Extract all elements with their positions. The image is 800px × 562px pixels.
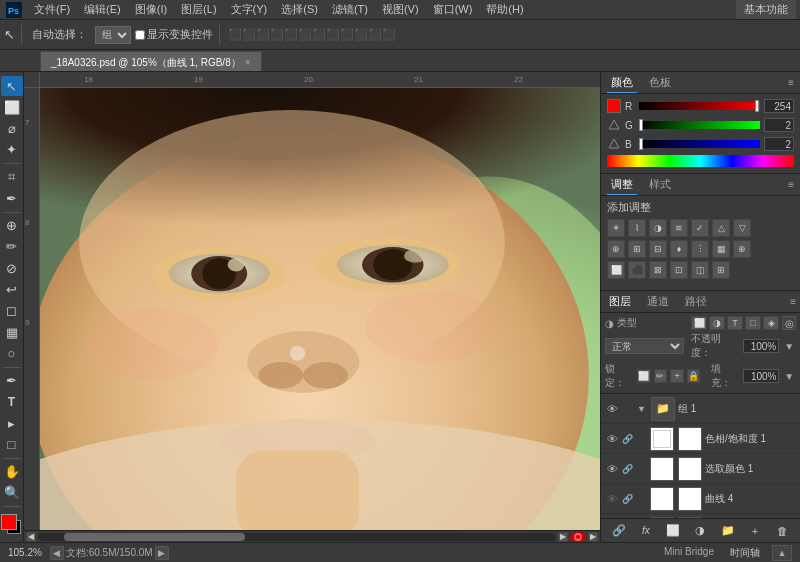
color-swatches[interactable] (1, 514, 23, 538)
filter-toggle[interactable]: ◎ (782, 316, 796, 330)
foreground-color[interactable] (1, 514, 17, 530)
adj-hsl[interactable]: ✓ (691, 219, 709, 237)
tab-paths[interactable]: 路径 (681, 292, 711, 311)
adj-gradient[interactable]: ▦ (712, 240, 730, 258)
menu-help[interactable]: 帮助(H) (480, 0, 529, 19)
hscroll-track[interactable] (38, 533, 556, 541)
menu-select[interactable]: 选择(S) (275, 0, 324, 19)
layer-item-hsl[interactable]: 👁 🔗 色相/饱和度 1 (601, 424, 800, 454)
layer-adjustment-btn[interactable]: ◑ (691, 522, 709, 540)
canvas-image-container[interactable] (40, 88, 600, 530)
tool-zoom[interactable]: 🔍 (1, 483, 23, 503)
hscroll-thumb[interactable] (64, 533, 245, 541)
statusbar-tab-minibridge[interactable]: Mini Bridge (660, 546, 718, 560)
b-slider[interactable] (639, 140, 760, 148)
tab-swatches[interactable]: 色板 (645, 73, 675, 93)
tool-move[interactable]: ↖ (1, 76, 23, 96)
layer-eye-hsl[interactable]: 👁 (605, 432, 619, 446)
menu-layer[interactable]: 图层(L) (175, 0, 222, 19)
adj-mask[interactable]: ⬛ (628, 261, 646, 279)
tool-eyedropper[interactable]: ✒ (1, 188, 23, 208)
tool-crop[interactable]: ⌗ (1, 167, 23, 187)
adj-brightness[interactable]: ☀ (607, 219, 625, 237)
adj-blackwhite[interactable]: ▽ (733, 219, 751, 237)
fill-dropdown[interactable]: ▼ (782, 369, 796, 383)
tool-dodge[interactable]: ○ (1, 343, 23, 363)
canvas-area[interactable]: 18 19 20 21 22 7 8 9 (24, 72, 600, 542)
adj-colorbalance[interactable]: △ (712, 219, 730, 237)
blend-mode-select[interactable]: 正常 (605, 338, 684, 354)
g-slider[interactable] (639, 121, 760, 129)
layer-item-selectivecolor[interactable]: 👁 🔗 选取颜色 1 (601, 454, 800, 484)
layer-item-group1[interactable]: 👁 ▼ 📁 组 1 (601, 394, 800, 424)
lock-position[interactable]: + (670, 369, 684, 383)
tab-styles[interactable]: 样式 (645, 175, 675, 195)
filter-smart[interactable]: ◈ (763, 316, 779, 330)
auto-select-dropdown[interactable]: 组 (95, 26, 131, 44)
adj-photofilter[interactable]: ⊕ (607, 240, 625, 258)
layer-new-btn[interactable]: + (746, 522, 764, 540)
adj-merge[interactable]: ⊡ (670, 261, 688, 279)
layer-mask-btn[interactable]: ⬜ (664, 522, 682, 540)
adj-info[interactable]: ⊞ (712, 261, 730, 279)
adj-levels[interactable]: ⬜ (607, 261, 625, 279)
tool-brush[interactable]: ✏ (1, 237, 23, 257)
opacity-input[interactable] (743, 339, 779, 353)
r-slider[interactable] (639, 102, 760, 110)
tool-wand[interactable]: ✦ (1, 140, 23, 160)
hscroll-left[interactable]: ◀ (26, 532, 36, 542)
tool-lasso[interactable]: ⌀ (1, 119, 23, 139)
show-transform-checkbox[interactable] (135, 30, 145, 40)
b-value-input[interactable] (764, 137, 794, 151)
tool-heal[interactable]: ⊕ (1, 216, 23, 236)
workspace-button[interactable]: 基本功能 (736, 0, 796, 19)
adj-panel-options[interactable]: ≡ (788, 179, 794, 190)
doc-size-left[interactable]: ◀ (50, 546, 64, 560)
color-spectrum[interactable] (607, 155, 794, 167)
adj-exposure[interactable]: ◑ (649, 219, 667, 237)
lock-image[interactable]: ✏ (654, 369, 668, 383)
tool-eraser[interactable]: ◻ (1, 301, 23, 321)
menu-filter[interactable]: 滤镜(T) (326, 0, 374, 19)
menu-edit[interactable]: 编辑(E) (78, 0, 127, 19)
adj-vibrance[interactable]: ≋ (670, 219, 688, 237)
tool-history[interactable]: ↩ (1, 279, 23, 299)
lock-transparent[interactable]: ⬜ (637, 369, 651, 383)
doc-size-right[interactable]: ▶ (155, 546, 169, 560)
hscroll-right[interactable]: ▶ (558, 532, 568, 542)
opacity-dropdown[interactable]: ▼ (782, 339, 796, 353)
color-panel-options[interactable]: ≡ (788, 77, 794, 88)
canvas-end-btn[interactable]: ▶ (588, 532, 598, 542)
layer-eye-group1[interactable]: 👁 (605, 402, 619, 416)
tool-path-select[interactable]: ▸ (1, 413, 23, 433)
layers-panel-options[interactable]: ≡ (790, 296, 796, 307)
tab-adjustments[interactable]: 调整 (607, 175, 637, 195)
tool-hand[interactable]: ✋ (1, 461, 23, 481)
layers-list[interactable]: 👁 ▼ 📁 组 1 👁 🔗 色相/饱和度 1 (601, 394, 800, 518)
group-arrow[interactable]: ▼ (637, 404, 646, 414)
tab-color[interactable]: 颜色 (607, 73, 637, 93)
layer-item-curves4[interactable]: 👁 🔗 曲线 4 (601, 484, 800, 514)
canvas-viewport[interactable]: 7 8 9 (24, 88, 600, 530)
tool-marquee[interactable]: ⬜ (1, 97, 23, 117)
menu-image[interactable]: 图像(I) (129, 0, 173, 19)
foreground-swatch[interactable] (607, 99, 621, 113)
tool-shape[interactable]: □ (1, 434, 23, 454)
filter-pixel[interactable]: ⬜ (691, 316, 707, 330)
adj-curves[interactable]: ⌇ (628, 219, 646, 237)
layer-eye-c4[interactable]: 👁 (605, 492, 619, 506)
lock-all[interactable]: 🔒 (687, 369, 701, 383)
doc-size-area[interactable]: ◀ 文档:60.5M/150.0M ▶ (50, 546, 169, 560)
layer-folder-btn[interactable]: 📁 (719, 522, 737, 540)
statusbar-expand[interactable]: ▲ (772, 545, 792, 561)
menu-text[interactable]: 文字(Y) (225, 0, 274, 19)
adj-posterize[interactable]: ♦ (670, 240, 688, 258)
layer-delete-btn[interactable]: 🗑 (773, 522, 791, 540)
layer-eye-sc[interactable]: 👁 (605, 462, 619, 476)
menu-view[interactable]: 视图(V) (376, 0, 425, 19)
adj-channelmix[interactable]: ⊞ (628, 240, 646, 258)
layer-fx-btn[interactable]: fx (637, 522, 655, 540)
tab-layers[interactable]: 图层 (605, 292, 635, 311)
document-tab[interactable]: _18A0326.psd @ 105%（曲线 1, RGB/8） × (40, 51, 262, 71)
menu-window[interactable]: 窗口(W) (427, 0, 479, 19)
